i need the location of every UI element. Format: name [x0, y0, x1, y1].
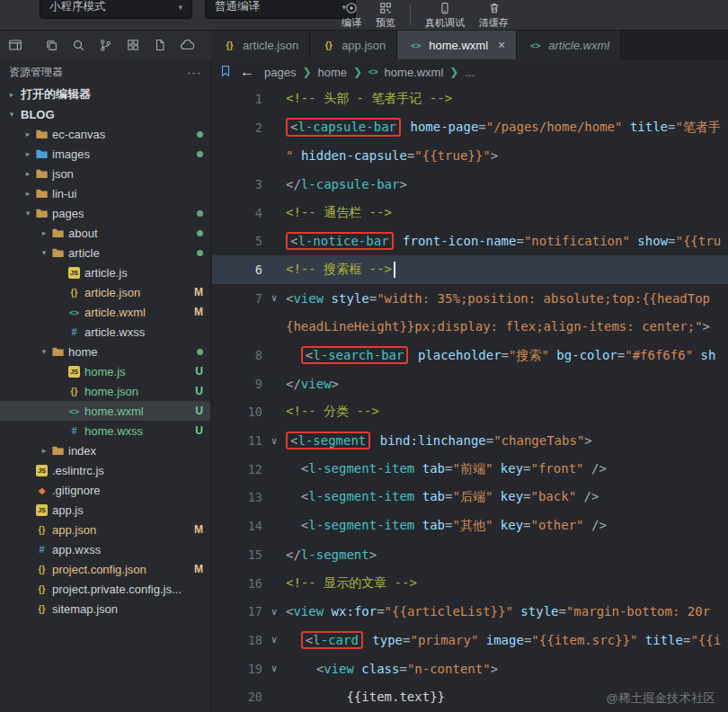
fold-chevron-icon[interactable]: ∨: [262, 634, 286, 645]
code-token: tab: [422, 489, 445, 503]
fold-chevron-icon[interactable]: ∨: [262, 292, 286, 304]
code-token: tab: [422, 461, 445, 476]
tree-item-app.js[interactable]: JSapp.js: [0, 500, 210, 520]
git-branch-icon[interactable]: [98, 38, 113, 53]
window-icon[interactable]: [7, 38, 22, 53]
tree-item-article.json[interactable]: {}article.jsonM: [0, 282, 210, 302]
editor[interactable]: ←pages❯home❯<>home.wxml❯... 1<!-- 头部 - 笔…: [212, 59, 728, 712]
tree-item-project.config.json[interactable]: {}project.config.jsonM: [0, 559, 210, 579]
back-arrow-icon[interactable]: ←: [240, 64, 254, 80]
code-area[interactable]: 1<!-- 头部 - 笔者手记 -->2<l-capsule-bar home-…: [212, 85, 728, 711]
code-token: l-segment: [301, 547, 369, 562]
chevron-right-icon: ❯: [302, 66, 311, 78]
code-line-text: <l-segment-item tab="前端" key="front" />: [286, 461, 728, 477]
tree-item-ec-canvas[interactable]: ▸ec-canvas: [0, 124, 210, 144]
fold-chevron-icon[interactable]: ∨: [262, 663, 286, 674]
tree-item-.eslintrc.js[interactable]: JS.eslintrc.js: [0, 460, 210, 480]
close-icon[interactable]: ×: [498, 38, 505, 52]
fold-chevron-icon[interactable]: ∨: [262, 606, 286, 618]
fold-chevron-icon[interactable]: ∨: [262, 435, 286, 447]
code-token: l-notice-bar: [297, 234, 388, 248]
toolbar-button-remote-debug[interactable]: 真机调试: [425, 2, 465, 30]
tree-item-json[interactable]: ▸json: [0, 164, 210, 183]
toolbar-button-label: 预览: [376, 16, 395, 30]
code-line-17[interactable]: 17∨<view wx:for="{{articleList}}" style=…: [212, 597, 728, 626]
tree-item-article.wxss[interactable]: #article.wxss: [0, 322, 210, 342]
code-line-text: <l-card type="primary" image="{{item.src…: [286, 631, 728, 649]
tree-item-pages[interactable]: ▾pages: [0, 203, 210, 223]
tree-item-home.js[interactable]: JShome.jsU: [0, 361, 210, 381]
tree-item-about[interactable]: ▸about: [0, 223, 210, 243]
cloud-icon[interactable]: [179, 38, 194, 53]
code-token: "notification": [524, 234, 630, 248]
toolbar-button-compile[interactable]: 编译: [342, 2, 361, 30]
code-line-1[interactable]: 1<!-- 头部 - 笔者手记 -->: [212, 85, 728, 113]
code-token: view: [324, 662, 354, 676]
search-icon[interactable]: [71, 38, 86, 53]
code-line-7[interactable]: 7∨<view style="width: 35%;position: abso…: [212, 284, 728, 313]
bookmark-icon[interactable]: [219, 65, 232, 80]
tree-item-article.wxml[interactable]: <>article.wxmlM: [0, 302, 210, 322]
tab-article.json[interactable]: {}article.json: [211, 31, 310, 59]
tree-item-.gitignore[interactable]: ◆.gitignore: [0, 480, 210, 500]
tree-item-article.js[interactable]: JSarticle.js: [0, 263, 210, 282]
code-line-13[interactable]: 13 <l-segment-item tab="后端" key="back" /…: [212, 484, 728, 512]
grid-icon[interactable]: [125, 38, 140, 53]
code-line-11[interactable]: 11∨<l-segment bind:linchange="changeTabs…: [212, 426, 728, 455]
chevron-right-icon: ▸: [5, 90, 18, 99]
tree-item-index[interactable]: ▸index: [0, 441, 210, 460]
breadcrumb-item[interactable]: ...: [465, 66, 475, 79]
toolbar-button-preview[interactable]: 预览: [376, 2, 395, 30]
code-token: [286, 348, 301, 362]
tab-article.wxml[interactable]: <>article.wxml: [517, 31, 621, 59]
code-line-4[interactable]: 4<!-- 通告栏 -->: [212, 199, 728, 227]
tree-item-app.wxss[interactable]: #app.wxss: [0, 539, 210, 559]
code-line-9[interactable]: 9</view>: [212, 369, 728, 398]
file-icon[interactable]: [152, 38, 167, 53]
breadcrumb-item[interactable]: home.wxml: [385, 66, 444, 79]
breadcrumb-item[interactable]: pages: [264, 66, 296, 79]
code-line-10[interactable]: 10<!-- 分类 -->: [212, 398, 728, 427]
toolbar-button-clear-cache[interactable]: 清缓存: [479, 2, 509, 30]
code-line-6[interactable]: 6<!-- 搜索框 -->: [212, 255, 728, 284]
git-status-dot: [197, 349, 203, 355]
tree-item-project.private.config.js...[interactable]: {}project.private.config.js...: [0, 579, 210, 599]
code-line-16[interactable]: 16<!-- 显示的文章 -->: [212, 569, 728, 598]
mode-select[interactable]: 小程序模式 ▾: [40, 0, 192, 19]
tree-item-home.wxml[interactable]: <>home.wxmlU: [0, 401, 210, 421]
more-actions-icon[interactable]: ···: [187, 66, 201, 79]
code-token: "back": [531, 489, 577, 503]
tree-item-images[interactable]: ▸images: [0, 144, 210, 164]
code-token: [286, 662, 316, 676]
code-line-8[interactable]: 8 <l-search-bar placeholder="搜索" bg-colo…: [212, 341, 728, 369]
code-token: "其他": [452, 518, 493, 532]
compile-mode-select[interactable]: 普通编译 ▾: [205, 0, 356, 19]
code-line-12[interactable]: 12 <l-segment-item tab="前端" key="front" …: [212, 455, 728, 484]
code-line-14[interactable]: 14 <l-segment-item tab="其他" key="other" …: [212, 512, 728, 540]
breadcrumb-item[interactable]: home: [317, 66, 347, 79]
tree-item-label: home: [68, 345, 98, 359]
tree-item-label: home.wxss: [84, 424, 143, 438]
code-line-wrap[interactable]: " hidden-capsule="{{true}}">: [212, 141, 728, 170]
tab-home.wxml[interactable]: <>home.wxml×: [397, 31, 517, 59]
code-line-3[interactable]: 3</l-capsule-bar>: [212, 170, 728, 199]
copy-icon[interactable]: [44, 38, 59, 53]
folder-icon: [50, 227, 66, 240]
code-line-19[interactable]: 19∨ <view class="n-content">: [212, 654, 728, 683]
tree-item-BLOG[interactable]: ▾BLOG: [0, 104, 210, 124]
tree-item-home.json[interactable]: {}home.jsonU: [0, 381, 210, 401]
tab-app.json[interactable]: {}app.json: [310, 31, 397, 59]
code-line-2[interactable]: 2<l-capsule-bar home-page="/pages/home/h…: [212, 113, 728, 142]
code-line-5[interactable]: 5<l-notice-bar front-icon-name="notifica…: [212, 227, 728, 255]
tree-item-home[interactable]: ▾home: [0, 342, 210, 361]
code-line-15[interactable]: 15</l-segment>: [212, 540, 728, 569]
code-token: "n-content": [407, 662, 491, 676]
code-line-18[interactable]: 18∨ <l-card type="primary" image="{{item…: [212, 626, 728, 654]
code-line-wrap[interactable]: {headLineHeight}}px;display: flex;align-…: [212, 313, 728, 342]
tree-item-sitemap.json[interactable]: {}sitemap.json: [0, 599, 210, 619]
tree-item-home.wxss[interactable]: #home.wxssU: [0, 421, 210, 441]
tree-item-article[interactable]: ▾article: [0, 243, 210, 263]
tree-item-lin-ui[interactable]: ▸lin-ui: [0, 183, 210, 203]
tree-item-app.json[interactable]: {}app.jsonM: [0, 520, 210, 539]
tree-item-[interactable]: ▸打开的编辑器: [0, 85, 210, 104]
